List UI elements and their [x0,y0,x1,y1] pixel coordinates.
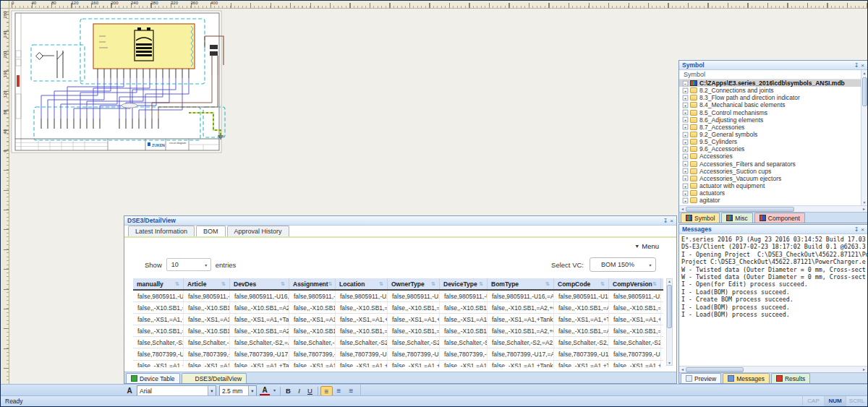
dock-tab[interactable]: Messages [723,373,770,383]
pin-icon[interactable]: ↧ [663,218,668,224]
sort-icon[interactable]: ⇅ [221,281,226,287]
symbol-scrollbar[interactable]: ▲ ▼ [861,70,867,205]
tree-item[interactable]: + agitator [679,197,867,204]
bom-column-header[interactable]: Location ⇅ [336,278,388,289]
sort-icon[interactable]: ⇅ [479,281,483,287]
dock-tab[interactable]: DSE3/DetailView [182,373,247,383]
expander-icon[interactable]: + [683,147,689,153]
tree-item[interactable]: + Accessories_Vacuum ejectors [679,175,867,182]
pin-icon[interactable]: ↧ [854,226,859,233]
close-icon[interactable]: × [861,62,864,69]
dock-tab[interactable]: Symbol [681,213,720,223]
table-scrollbar[interactable]: ▲ ▼ [666,278,673,366]
expander-icon[interactable]: − [683,80,689,86]
bom-column-header[interactable]: Assignment ⇅ [289,278,336,289]
close-icon[interactable]: × [861,226,864,233]
expander-icon[interactable]: + [683,197,689,203]
bold-button[interactable]: B [283,387,294,395]
scroll-thumb[interactable] [862,77,867,106]
symbol-hscrollbar[interactable]: ◄ ► [679,205,867,212]
sort-icon[interactable]: ⇅ [281,281,285,287]
sort-icon[interactable]: ⇅ [652,281,657,287]
scroll-thumb[interactable] [667,285,672,328]
detail-menu-button[interactable]: ▼ Menu [634,242,659,250]
sort-icon[interactable]: ⇅ [600,281,605,287]
italic-button[interactable]: I [294,387,305,395]
bom-column-header[interactable]: DevDes ⇅ [230,278,289,289]
table-row[interactable]: false,7807399,-U17,=A2,,,10,4194305,90-W… [133,348,663,360]
detail-tab[interactable]: BOM [196,226,226,236]
expander-icon[interactable]: + [683,139,689,145]
tree-item[interactable]: + 8.3_Flow path and direction indicator [679,94,867,101]
table-row[interactable]: false,,-X10.SB1,=A2,+O10,10,,268435456,D… [133,325,663,337]
align-center-icon[interactable]: ≡ [333,386,345,396]
table-row[interactable]: false,,-XS1,=A1,+Tank1,10,,268435456,HE-… [133,314,663,325]
bom-column-header[interactable]: OwnerType ⇅ [388,278,440,289]
expander-icon[interactable]: + [683,95,689,101]
font-color-button[interactable]: A [260,386,270,395]
tree-item[interactable]: + 9.2_General symbols [679,131,867,138]
expander-icon[interactable]: + [683,183,689,189]
sort-icon[interactable]: ⇅ [431,281,435,287]
dropdown-icon[interactable]: ▾ [208,386,216,395]
close-icon[interactable]: × [670,218,673,224]
expander-icon[interactable]: + [683,124,689,130]
bom-column-header[interactable]: DeviceType ⇅ [440,278,488,289]
expander-icon[interactable]: + [683,132,689,137]
bom-column-header[interactable]: Article ⇅ [184,278,230,289]
tree-item[interactable]: + 8.5_Control mechanisms [679,109,867,116]
table-row[interactable]: false,Schalter,-S2,=A2,+O2,,10,4194305,S… [133,337,663,348]
expander-icon[interactable]: + [683,190,689,196]
tree-item[interactable]: + 9.5_Cylinders [679,138,867,145]
dock-tab[interactable]: Preview [681,373,721,383]
entries-select[interactable]: 10 ▾ [166,258,211,271]
tree-item[interactable]: + 8.7_Accessories [679,124,867,131]
align-left-icon[interactable]: ≡ [320,386,333,396]
sort-icon[interactable]: ⇅ [545,281,550,287]
messages-hscrollbar[interactable]: ◄ ► [679,366,867,372]
dock-tab[interactable]: Component [754,213,805,223]
tree-item[interactable]: + actuators [679,189,867,197]
tree-item[interactable]: + Accessories_Filters and separators [679,160,867,168]
scroll-thumb[interactable] [686,207,794,212]
select-vc-select[interactable]: BOM 150% ▾ [590,257,656,272]
tree-item[interactable]: + 8.6_Adjusting elements [679,116,867,124]
scroll-thumb[interactable] [686,367,744,372]
dock-tab[interactable]: Device Table [126,373,180,383]
tree-item[interactable]: + actuator with equipment [679,182,867,189]
bom-column-header[interactable]: CompCode ⇅ [554,278,609,289]
tree-item[interactable]: + 9.6_Accessories [679,145,867,153]
bom-column-header[interactable]: manually ⇅ [133,278,184,289]
tree-item[interactable]: + Accessories_Suction cups [679,168,867,175]
bom-column-header[interactable]: BomType ⇅ [488,278,554,289]
align-right-icon[interactable]: ≡ [345,386,357,396]
table-row[interactable]: false,,-X10.SB1,=A2,+O10,10,,268435456,D… [133,302,663,314]
tree-item[interactable]: − C:\ZApps\E3.series_2016\cdb\symbols_AN… [679,80,867,87]
tree-item[interactable]: + Accessories [679,153,867,160]
expander-icon[interactable]: + [683,154,689,160]
expander-icon[interactable]: + [683,110,689,116]
underline-button[interactable]: U [305,387,315,395]
expander-icon[interactable]: + [683,168,689,174]
detail-tab[interactable]: Latest Information [128,226,195,236]
detail-tab[interactable]: Approval History [227,226,289,236]
table-row[interactable]: false,,-XS1,=A1,+Tank1,10,,268435456,HE-… [133,361,663,367]
expander-icon[interactable]: + [683,176,689,181]
sort-icon[interactable]: ⇅ [328,281,333,287]
dock-tab[interactable]: Misc [721,213,752,223]
tree-item[interactable]: + 8.4_Mechanical basic elements [679,101,867,108]
sort-icon[interactable]: ⇅ [379,281,383,287]
bom-column-header[interactable]: CompVersion ⇅ [609,278,661,289]
drawing-area[interactable]: 04080120160200240280320360400 2802402001… [1,1,250,156]
font-size-select[interactable]: 2.5 mm ▾ [219,385,257,396]
expander-icon[interactable]: + [683,103,689,108]
font-family-select[interactable]: Arial ▾ [137,385,216,396]
font-color-dropdown-icon[interactable]: ▾ [271,386,278,396]
expander-icon[interactable]: + [683,117,689,123]
tree-item[interactable]: + 8.2_Connections and joints [679,87,867,94]
sort-icon[interactable]: ⇅ [175,281,179,287]
dock-tab[interactable]: Results [771,373,810,383]
dropdown-icon[interactable]: ▾ [248,386,256,395]
table-row[interactable]: false,9805911,-U16,=A2,,,10,4194305,Clip… [133,291,663,302]
bom-column-header[interactable]: SheetGr ⇅ [661,278,663,289]
